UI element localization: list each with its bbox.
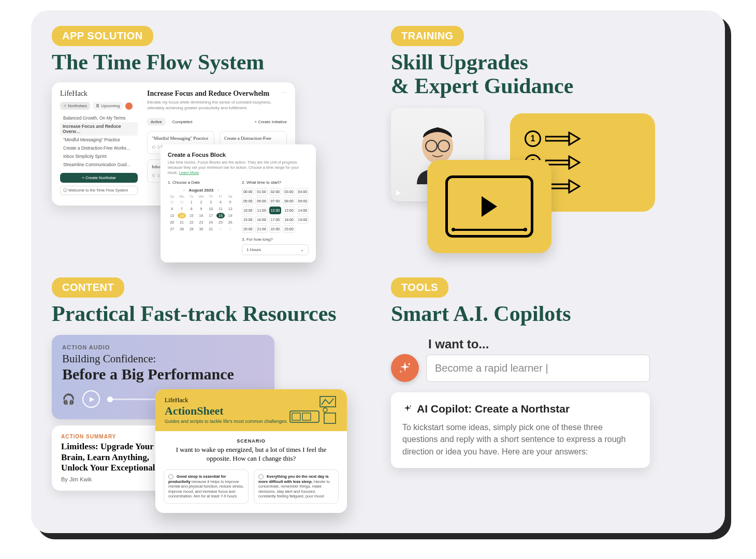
sidebar-group-active[interactable]: Increase Focus and Reduce Overw… bbox=[60, 122, 138, 136]
time-option[interactable]: 23:00 bbox=[283, 225, 295, 233]
headline-tools: Smart A.I. Copilots bbox=[391, 302, 704, 326]
bulb-icon bbox=[168, 474, 173, 479]
svg-rect-10 bbox=[302, 413, 311, 420]
audio-title-line2: Before a Big Performance bbox=[62, 365, 264, 383]
tab-completed[interactable]: Completed bbox=[169, 118, 196, 126]
svg-rect-11 bbox=[324, 413, 336, 423]
headline-app-solution: The Time Flow System bbox=[52, 50, 365, 74]
headline-training: Skill Upgrades& Expert Guidance bbox=[391, 50, 704, 98]
timeflow-sidebar: LifeHack ☆ Northstars 🗓 Upcoming Balance… bbox=[60, 90, 138, 195]
time-option[interactable]: 14:00 bbox=[297, 207, 309, 214]
calendar-grid[interactable]: SuMoTuWeThFrSa 303112345 6789101112 1314… bbox=[168, 195, 235, 232]
timeflow-preview: LifeHack ☆ Northstars 🗓 Upcoming Balance… bbox=[52, 82, 295, 205]
tab-upcoming[interactable]: 🗓 Upcoming bbox=[93, 102, 123, 110]
time-option[interactable]: 04:00 bbox=[297, 188, 309, 196]
sidebar-item[interactable]: Streamline Communication Guid… bbox=[60, 160, 138, 169]
training-preview: 1 2 3 bbox=[391, 108, 655, 253]
badge-training: TRAINING bbox=[391, 26, 464, 46]
copilot-title: AI Copilot: Create a Northstar bbox=[417, 403, 570, 415]
step-item: 1 bbox=[525, 130, 655, 147]
play-button[interactable] bbox=[82, 390, 100, 408]
sparkle-badge-icon bbox=[391, 354, 419, 382]
time-option[interactable]: 18:00 bbox=[283, 216, 295, 224]
time-option[interactable]: 03:00 bbox=[283, 188, 295, 196]
prompt-value: Become a rapid learner | bbox=[435, 362, 548, 374]
feature-panel: APP SOLUTION The Time Flow System LifeHa… bbox=[31, 10, 725, 533]
time-option[interactable]: 10:00 bbox=[242, 207, 254, 214]
sparkle-icon bbox=[398, 361, 412, 375]
popup-subtitle: Like time blocks, Focus Blocks are the a… bbox=[168, 160, 309, 175]
tab-active[interactable]: Active bbox=[147, 118, 166, 126]
time-option[interactable]: 11:00 bbox=[255, 207, 267, 214]
content-preview: ACTION AUDIO Building Confidence: Before… bbox=[52, 335, 342, 501]
svg-point-12 bbox=[323, 408, 327, 412]
time-option[interactable]: 05:00 bbox=[242, 197, 254, 205]
play-icon[interactable] bbox=[396, 189, 401, 196]
tip-card: Everything you do the next day is more d… bbox=[254, 469, 339, 504]
time-option[interactable]: 01:00 bbox=[255, 188, 267, 196]
svg-rect-1 bbox=[545, 160, 569, 165]
welcome-banner[interactable]: ⓘ Welcome to the Time Flow System bbox=[60, 186, 138, 195]
tab-northstars[interactable]: ☆ Northstars bbox=[60, 102, 90, 110]
sidebar-item[interactable]: "Mindful Messaging" Practice bbox=[60, 136, 138, 144]
create-northstar-button[interactable]: + Create Northstar bbox=[60, 173, 138, 183]
section-app-solution: APP SOLUTION The Time Flow System LifeHa… bbox=[52, 26, 365, 265]
more-icon[interactable]: ⋯ bbox=[282, 90, 287, 95]
time-option[interactable]: 21:00 bbox=[255, 225, 267, 233]
svg-rect-9 bbox=[292, 413, 300, 420]
chevron-down-icon: ⌄ bbox=[300, 247, 304, 252]
section-tools: TOOLS Smart A.I. Copilots I want to... bbox=[391, 277, 704, 512]
initiative-title: "Mindful Messaging" Practice bbox=[152, 136, 208, 141]
question-label: 2. What time to start? bbox=[242, 180, 309, 185]
time-option[interactable]: 07:00 bbox=[269, 197, 281, 205]
time-option[interactable]: 19:00 bbox=[297, 216, 309, 224]
time-option[interactable]: 20:00 bbox=[242, 225, 254, 233]
sidebar-item[interactable]: Balanced Growth, On My Terms bbox=[60, 114, 138, 122]
sidebar-item[interactable]: Inbox Simplicity Sprint bbox=[60, 152, 138, 160]
time-option[interactable]: 00:00 bbox=[242, 188, 254, 196]
play-icon bbox=[482, 196, 497, 217]
time-option[interactable]: 02:00 bbox=[269, 188, 281, 196]
sidebar-item[interactable]: Create a Distraction-Free Works… bbox=[60, 144, 138, 152]
time-grid[interactable]: 00:0001:0002:0003:0004:0005:0006:0007:00… bbox=[242, 188, 309, 233]
bulb-icon bbox=[258, 474, 264, 479]
scenario-text: I want to wake up energized, but a lot o… bbox=[164, 446, 339, 463]
learn-more-link[interactable]: Learn More bbox=[179, 170, 199, 175]
action-sheet-card[interactable]: LifeHack ActionSheet Guides and scripts … bbox=[155, 389, 347, 512]
next-month-icon[interactable]: › bbox=[217, 188, 219, 193]
badge-app-solution: APP SOLUTION bbox=[52, 26, 153, 46]
prompt-input[interactable]: Become a rapid learner | bbox=[426, 355, 650, 382]
timeflow-brand: LifeHack bbox=[60, 90, 138, 98]
time-option[interactable]: 06:00 bbox=[255, 197, 267, 205]
audio-title-line1: Building Confidence: bbox=[62, 352, 264, 365]
badge-tools: TOOLS bbox=[391, 277, 448, 298]
prompt-label: I want to... bbox=[426, 337, 650, 351]
progress-bar-icon bbox=[453, 229, 526, 231]
time-option[interactable]: 17:00 bbox=[269, 216, 281, 224]
video-card[interactable] bbox=[427, 160, 551, 253]
question-label: 3. For how long? bbox=[242, 237, 309, 242]
time-option[interactable]: 08:00 bbox=[283, 197, 295, 205]
tip-card: Good sleep is essential for productivity… bbox=[164, 469, 249, 504]
actionsheet-header: LifeHack ActionSheet Guides and scripts … bbox=[155, 389, 347, 431]
time-option[interactable]: 16:00 bbox=[255, 216, 267, 224]
initiative-title: Create a Distraction-Free bbox=[224, 136, 271, 141]
section-training: TRAINING Skill Upgrades& Expert Guidance… bbox=[391, 26, 704, 265]
date-picker: 1. Choose a Date ‹ August 2023 › SuMoTuW… bbox=[168, 180, 235, 255]
duration-select[interactable]: 1 Hours ⌄ bbox=[242, 244, 309, 255]
time-picker: 2. What time to start? 00:0001:0002:0003… bbox=[242, 180, 309, 255]
time-option[interactable]: 22:00 bbox=[269, 225, 281, 233]
sparkle-icon bbox=[402, 404, 413, 414]
step-number-icon: 1 bbox=[525, 130, 541, 147]
avatar[interactable] bbox=[125, 102, 133, 110]
time-option[interactable]: 12:00 bbox=[269, 207, 281, 214]
svg-rect-8 bbox=[290, 411, 319, 422]
copilot-card: AI Copilot: Create a Northstar To kickst… bbox=[391, 392, 650, 468]
create-initiative-button[interactable]: + Create Initiative bbox=[255, 120, 287, 124]
copilot-body: To kickstart some ideas, simply pick one… bbox=[402, 421, 638, 458]
scenario-label: SCENARIO bbox=[164, 438, 339, 444]
prev-month-icon[interactable]: ‹ bbox=[183, 188, 185, 193]
time-option[interactable]: 13:00 bbox=[283, 207, 295, 214]
time-option[interactable]: 15:00 bbox=[242, 216, 254, 224]
time-option[interactable]: 09:00 bbox=[297, 197, 309, 205]
